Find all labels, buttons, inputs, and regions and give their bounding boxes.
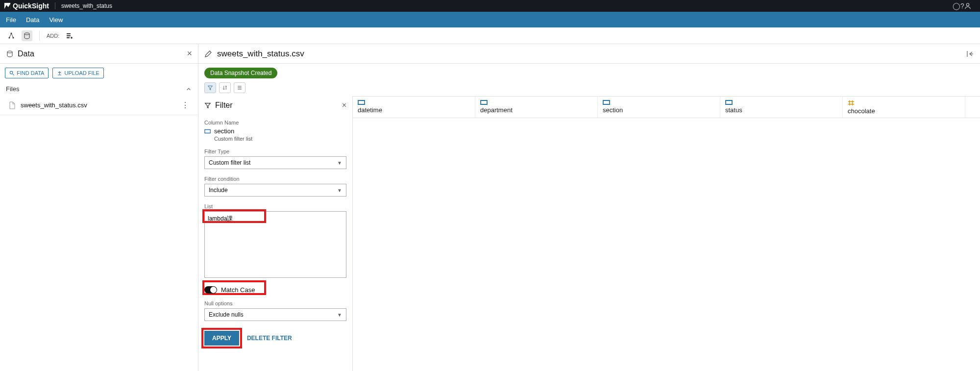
filter-type-value: Custom filter list	[209, 159, 250, 166]
match-case-toggle[interactable]	[204, 286, 217, 294]
col-chocolate[interactable]: chocolate	[843, 97, 965, 118]
menu-data[interactable]: Data	[26, 16, 39, 24]
sidebar-actions: FIND DATA UPLOAD FILE	[0, 64, 198, 82]
sidebar-title: Data	[18, 49, 183, 58]
string-type-icon	[603, 99, 611, 105]
col-name: department	[480, 106, 592, 114]
match-case-row: Match Case	[204, 286, 346, 294]
toolbar: ADD:	[0, 27, 980, 44]
content: sweets_with_status.csv Data Snapshot Cre…	[198, 44, 980, 371]
string-type-icon	[358, 99, 366, 105]
find-data-button[interactable]: FIND DATA	[5, 68, 49, 78]
quicksight-icon	[4, 2, 11, 9]
collapse-right-icon[interactable]	[966, 50, 974, 58]
filter-close-icon[interactable]: ×	[342, 101, 346, 110]
svg-line-7	[11, 33, 13, 38]
add-label: ADD:	[47, 33, 59, 39]
caret-down-icon: ▼	[337, 312, 342, 318]
main: Data × FIND DATA UPLOAD FILE Files sweet…	[0, 44, 980, 371]
list-tab[interactable]	[234, 82, 245, 93]
col-section[interactable]: section	[598, 97, 720, 118]
filter-icon	[207, 85, 213, 91]
search-icon	[9, 71, 15, 76]
user-glyph-icon	[964, 2, 971, 9]
col-name: datetime	[358, 106, 470, 114]
col-status[interactable]: status	[720, 97, 843, 118]
file-icon	[9, 101, 16, 109]
status-badge: Data Snapshot Created	[204, 68, 277, 78]
list-textarea[interactable]	[204, 211, 346, 278]
svg-point-8	[24, 33, 29, 35]
add-dataset-icon[interactable]	[64, 30, 75, 41]
edit-icon[interactable]	[204, 50, 212, 58]
brand-logo[interactable]: QuickSight	[4, 2, 49, 10]
delete-filter-button[interactable]: DELETE FILTER	[247, 335, 292, 342]
svg-rect-9	[67, 33, 71, 34]
filter-tab[interactable]	[204, 82, 216, 93]
upload-file-button[interactable]: UPLOAD FILE	[52, 68, 104, 78]
user-icon[interactable]	[964, 2, 976, 9]
view-tabs	[198, 82, 980, 96]
topbar: QuickSight sweets_with_status ◯?	[0, 0, 980, 12]
upload-icon	[57, 71, 62, 76]
null-options-value: Exclude nulls	[209, 311, 244, 318]
column-name-label: Column Name	[204, 120, 346, 125]
column-headers: datetime department section status	[353, 96, 980, 118]
content-titlebar: sweets_with_status.csv	[198, 44, 980, 64]
filter-condition-label: Filter condition	[204, 176, 346, 182]
database-view-icon[interactable]	[22, 30, 32, 41]
help-icon[interactable]: ◯?	[953, 2, 964, 10]
filter-type-label: Filter Type	[204, 148, 346, 154]
file-row[interactable]: sweets_with_status.csv ⋮	[0, 96, 198, 115]
sidebar: Data × FIND DATA UPLOAD FILE Files sweet…	[0, 44, 198, 371]
file-more-icon[interactable]: ⋮	[181, 100, 189, 110]
brand-name: QuickSight	[13, 2, 49, 10]
status-row: Data Snapshot Created	[198, 64, 980, 82]
svg-rect-10	[67, 35, 71, 36]
svg-point-15	[10, 71, 13, 74]
tree-view-icon[interactable]	[6, 30, 17, 41]
string-type-icon	[725, 99, 733, 105]
caret-down-icon: ▼	[337, 188, 342, 193]
col-department[interactable]: department	[475, 97, 598, 118]
sort-tab[interactable]	[219, 82, 231, 93]
database-icon	[6, 50, 14, 58]
null-options-label: Null options	[204, 300, 346, 306]
filter-panel-header: Filter ×	[198, 96, 352, 115]
menubar: File Data View	[0, 12, 980, 27]
sidebar-close-icon[interactable]: ×	[187, 49, 192, 59]
file-name: sweets_with_status.csv	[21, 101, 176, 109]
list-label: List	[204, 203, 346, 209]
files-label: Files	[6, 85, 19, 93]
column-subtext: Custom filter list	[204, 136, 346, 142]
list-icon	[237, 85, 243, 91]
svg-line-6	[9, 33, 11, 38]
col-name: status	[725, 106, 837, 114]
filter-condition-select[interactable]: Include ▼	[204, 184, 346, 197]
menu-view[interactable]: View	[49, 16, 63, 24]
apply-button[interactable]: APPLY	[204, 331, 239, 346]
table-area: datetime department section status	[353, 96, 980, 371]
filter-type-select[interactable]: Custom filter list ▼	[204, 156, 346, 169]
filter-panel: Filter × Column Name section Custom filt…	[198, 96, 353, 371]
files-section-header[interactable]: Files	[0, 82, 198, 96]
svg-point-2	[966, 3, 969, 6]
content-filename: sweets_with_status.csv	[217, 49, 304, 59]
filter-icon	[204, 102, 211, 109]
col-datetime[interactable]: datetime	[353, 97, 475, 118]
upload-file-label: UPLOAD FILE	[64, 70, 99, 76]
number-type-icon	[848, 99, 855, 106]
match-case-label: Match Case	[221, 286, 255, 294]
menu-file[interactable]: File	[6, 16, 16, 24]
find-data-label: FIND DATA	[17, 70, 44, 76]
string-type-icon	[480, 99, 488, 105]
column-name-value: section	[214, 127, 234, 135]
topbar-divider	[55, 2, 55, 9]
svg-line-16	[13, 74, 14, 75]
string-type-icon	[204, 128, 211, 134]
filter-title: Filter	[215, 101, 338, 110]
col-name: chocolate	[848, 107, 960, 115]
sidebar-header: Data ×	[0, 44, 198, 64]
caret-down-icon: ▼	[337, 160, 342, 166]
null-options-select[interactable]: Exclude nulls ▼	[204, 308, 346, 321]
